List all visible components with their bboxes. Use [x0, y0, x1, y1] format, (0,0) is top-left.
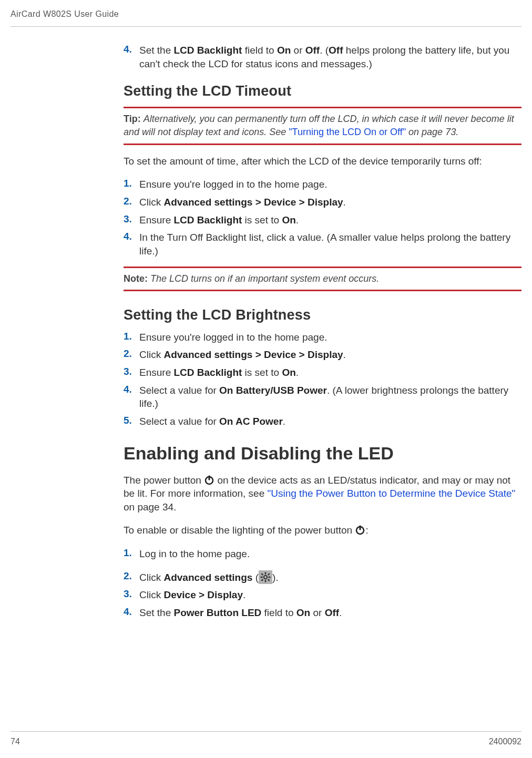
led-para1: The power button on the device acts as a… — [124, 474, 521, 514]
svg-rect-8 — [269, 576, 271, 578]
ui-term: LCD Backlight — [174, 45, 242, 56]
text: . — [296, 214, 299, 226]
intro-text: To set the amount of time, after which t… — [124, 155, 521, 168]
step-number: 2. — [124, 348, 139, 362]
step-number: 2. — [124, 570, 139, 585]
text: ( — [252, 572, 259, 583]
power-icon — [204, 475, 214, 485]
doc-number: 2400092 — [489, 737, 521, 746]
svg-rect-1 — [209, 475, 210, 480]
step-number: 1. — [124, 178, 139, 191]
ui-term: Off — [305, 45, 320, 56]
step-number: 2. — [124, 196, 139, 209]
ui-term: On Battery/USB Power — [219, 385, 327, 396]
xref-link[interactable]: "Using the Power Button to Determine the… — [268, 488, 516, 499]
step-text: Ensure LCD Backlight is set to On. — [139, 366, 299, 380]
text: Click — [139, 572, 163, 583]
text: Ensure — [139, 214, 173, 226]
text: : — [365, 525, 368, 536]
svg-rect-10 — [268, 579, 270, 581]
page-footer: 74 2400092 — [11, 731, 521, 746]
step-number: 1. — [124, 547, 139, 561]
tip-text: on page 73. — [406, 127, 458, 137]
ui-term: Advanced settings — [163, 572, 252, 583]
step-text: Click Advanced settings (). — [139, 570, 279, 585]
step-number: 4. — [124, 606, 139, 620]
text: . — [343, 349, 346, 360]
led-steps: 1. Log in to the home page. 2. Click Adv… — [124, 547, 521, 620]
step-number: 3. — [124, 588, 139, 602]
step-text: In the Turn Off Backlight list, click a … — [139, 231, 521, 258]
step-text: Set the Power Button LED field to On or … — [139, 606, 342, 620]
text: ). — [272, 572, 279, 583]
list-item: 2. Click Advanced settings (). — [124, 570, 521, 585]
text: Click — [139, 349, 163, 360]
text: Set the — [139, 45, 174, 56]
text: field to — [261, 607, 296, 618]
list-item: 2. Click Advanced settings > Device > Di… — [124, 348, 521, 362]
ui-term: LCD Backlight — [173, 367, 242, 378]
ui-term: Advanced settings > Device > Display — [163, 197, 343, 208]
text: on page 34. — [124, 501, 176, 513]
text: . ( — [320, 45, 329, 56]
brightness-steps: 1. Ensure you're logged in to the home p… — [124, 331, 521, 428]
callout-rule-bottom — [124, 290, 521, 291]
list-item: 3. Ensure LCD Backlight is set to On. — [124, 213, 521, 227]
step-number: 4. — [124, 231, 139, 258]
svg-rect-6 — [265, 580, 267, 582]
text: . — [283, 416, 285, 427]
ui-term: On — [282, 214, 295, 226]
step-number: 3. — [124, 366, 139, 380]
tip-label: Tip: — [124, 114, 144, 124]
list-item: 4. Set the LCD Backlight field to On or … — [124, 44, 521, 70]
page-number: 74 — [11, 737, 20, 746]
step-text: Select a value for On Battery/USB Power.… — [139, 384, 521, 411]
svg-rect-3 — [360, 526, 361, 530]
ui-term: On AC Power — [219, 416, 283, 427]
step-number: 1. — [124, 331, 139, 344]
text: is set to — [242, 214, 282, 226]
text: is set to — [242, 367, 282, 378]
page-container: AirCard W802S User Guide 4. Set the LCD … — [0, 0, 532, 758]
callout-rule-bottom — [124, 144, 521, 145]
step-text: Click Advanced settings > Device > Displ… — [139, 348, 346, 362]
svg-rect-5 — [265, 572, 267, 574]
ui-term: Off — [329, 45, 343, 56]
ui-term: On — [277, 45, 291, 56]
list-item: 3. Ensure LCD Backlight is set to On. — [124, 366, 521, 380]
gear-icon — [259, 570, 272, 584]
list-item: 5. Select a value for On AC Power. — [124, 415, 521, 428]
step-text: Click Device > Display. — [139, 588, 245, 602]
callout-rule-top — [124, 107, 521, 108]
note-callout: Note: The LCD turns on if an important s… — [124, 272, 521, 285]
ui-term: On — [296, 607, 310, 618]
step-text: Log in to the home page. — [139, 547, 250, 561]
content-area: 4. Set the LCD Backlight field to On or … — [124, 27, 521, 620]
xref-link[interactable]: "Turning the LCD On or Off" — [289, 127, 406, 137]
pre-list: 4. Set the LCD Backlight field to On or … — [124, 44, 521, 70]
text: or — [310, 607, 324, 618]
ui-term: On — [282, 367, 295, 378]
step-text: Ensure LCD Backlight is set to On. — [139, 213, 299, 227]
text: Select a value for — [139, 416, 219, 427]
note-text: The LCD turns on if an important system … — [150, 273, 379, 284]
text: . — [343, 197, 346, 208]
svg-rect-9 — [261, 573, 263, 576]
svg-rect-7 — [261, 576, 263, 578]
text: Select a value for — [139, 385, 219, 396]
text: . — [339, 607, 342, 618]
text: To enable or disable the lighting of the… — [124, 525, 355, 536]
svg-point-4 — [264, 576, 267, 579]
ui-term: LCD Backlight — [173, 214, 242, 226]
ui-term: Power Button LED — [174, 607, 262, 618]
text: Click — [139, 197, 163, 208]
list-item: 1. Ensure you're logged in to the home p… — [124, 178, 521, 191]
text: Set the — [139, 607, 174, 618]
text: field to — [242, 45, 277, 56]
heading-lcd-timeout: Setting the LCD Timeout — [124, 83, 521, 99]
list-item: 4. Select a value for On Battery/USB Pow… — [124, 384, 521, 411]
list-item: 2. Click Advanced settings > Device > Di… — [124, 196, 521, 209]
step-number: 5. — [124, 415, 139, 428]
ui-term: Device > Display — [163, 589, 243, 600]
list-item: 3. Click Device > Display. — [124, 588, 521, 602]
